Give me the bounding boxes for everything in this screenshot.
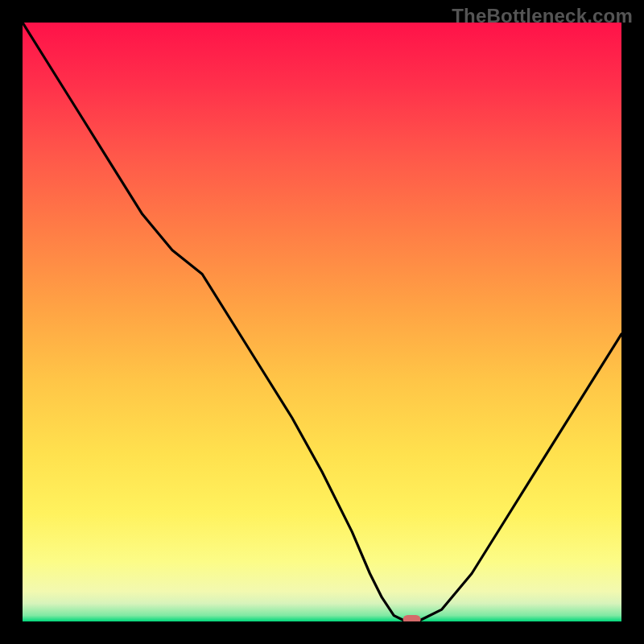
optimum-marker xyxy=(403,615,421,621)
chart-frame: TheBottleneck.com xyxy=(0,0,644,644)
bottleneck-curve xyxy=(23,23,621,621)
plot-svg xyxy=(23,23,621,621)
plot-area xyxy=(23,23,621,621)
